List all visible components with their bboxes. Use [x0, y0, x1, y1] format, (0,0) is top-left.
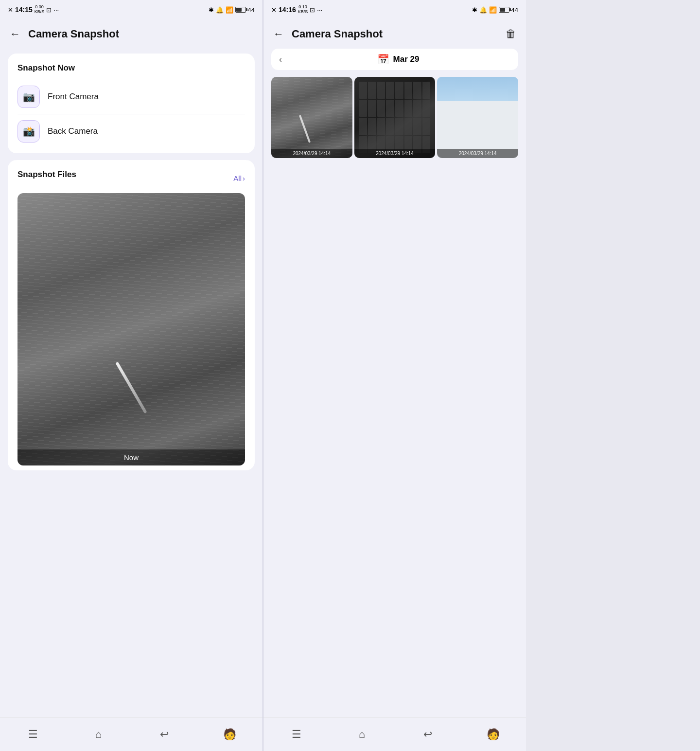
date-nav-bar: ‹ 📅 Mar 29	[271, 49, 518, 70]
front-camera-icon-wrap: 📷	[18, 86, 40, 108]
left-nav-more-icon[interactable]: 🧑	[219, 724, 241, 745]
snapshot-files-title: Snapshot Files	[18, 170, 76, 179]
left-nav-home-icon[interactable]: ⌂	[88, 724, 109, 745]
back-camera-label: Back Camera	[48, 126, 98, 136]
right-nav-menu-icon[interactable]: ☰	[286, 724, 307, 745]
close-icon: ✕	[8, 6, 13, 14]
snapshot-image-container[interactable]: Now	[18, 193, 245, 465]
right-battery-level: 44	[511, 6, 518, 14]
photo-thumb-2[interactable]: 2024/03/29 14:14	[354, 77, 436, 158]
right-back-button[interactable]: ←	[273, 28, 284, 40]
front-camera-option[interactable]: 📷 Front Camera	[18, 80, 245, 114]
photo-thumb-3[interactable]: 2024/03/29 14:14	[437, 77, 518, 158]
right-status-right: ✱ 🔔 📶 44	[472, 6, 518, 14]
bluetooth-icon: ✱	[209, 6, 214, 14]
left-page-header: ← Camera Snapshot	[0, 19, 262, 49]
right-status-left: ✕ 14:16 0.10 KB/S ⊡ ···	[271, 5, 322, 15]
back-camera-icon: 📸	[23, 125, 35, 137]
right-kb: 0.10 KB/S	[298, 5, 308, 15]
right-signal-icon: ⊡	[310, 6, 315, 14]
right-page-header: ← Camera Snapshot 🗑	[263, 19, 526, 49]
left-content: Snapshot Now 📷 Front Camera 📸 Back Camer…	[0, 49, 262, 717]
right-page-title: Camera Snapshot	[292, 28, 506, 40]
dots-icon: ···	[53, 6, 59, 14]
trash-button[interactable]: 🗑	[506, 28, 516, 40]
all-files-link[interactable]: All ›	[233, 174, 245, 182]
right-close-icon: ✕	[271, 6, 277, 14]
right-wifi-icon: 📶	[489, 6, 497, 14]
left-nav-back-icon[interactable]: ↩	[154, 724, 175, 745]
photo-timestamp-2: 2024/03/29 14:14	[354, 149, 436, 158]
date-nav-center: 📅 Mar 29	[286, 54, 510, 65]
snapshot-image-label: Now	[18, 449, 245, 465]
right-nav-home-icon[interactable]: ⌂	[351, 724, 373, 745]
gap-fill	[526, 0, 700, 751]
right-status-bar: ✕ 14:16 0.10 KB/S ⊡ ··· ✱ 🔔 📶 44	[263, 0, 526, 19]
date-label: Mar 29	[393, 54, 420, 64]
photo-timestamp-1: 2024/03/29 14:14	[271, 149, 352, 158]
keyboard-keys	[359, 82, 431, 153]
all-label: All	[233, 174, 242, 182]
front-camera-label: Front Camera	[48, 92, 99, 102]
photo-image-2	[354, 77, 436, 158]
right-phone-panel: ✕ 14:16 0.10 KB/S ⊡ ··· ✱ 🔔 📶 44 ← Camer…	[263, 0, 526, 751]
photo-timestamp-3: 2024/03/29 14:14	[437, 149, 518, 158]
wifi-icon: 📶	[226, 6, 233, 14]
photo-grid: 2024/03/29 14:14 2024/03/29 14:14	[263, 77, 526, 158]
snapshot-now-card: Snapshot Now 📷 Front Camera 📸 Back Camer…	[8, 54, 255, 153]
right-bottom-nav: ☰ ⌂ ↩ 🧑	[263, 717, 526, 751]
left-back-button[interactable]: ←	[10, 28, 20, 40]
right-nav-more-icon[interactable]: 🧑	[483, 724, 504, 745]
snapshot-files-card: Snapshot Files All › Now	[8, 160, 255, 470]
chevron-right-icon: ›	[243, 174, 245, 182]
calendar-icon: 📅	[377, 54, 389, 65]
left-kb: 0.00 KB/S	[35, 5, 45, 15]
right-dots-icon: ···	[317, 6, 322, 14]
battery-icon	[235, 7, 246, 13]
date-prev-button[interactable]: ‹	[279, 54, 282, 65]
photo-thumb-1[interactable]: 2024/03/29 14:14	[271, 77, 352, 158]
left-time: 14:15	[15, 6, 33, 14]
left-status-right: ✱ 🔔 📶 44	[209, 6, 255, 14]
right-content-spacer	[263, 158, 526, 717]
right-time: 14:16	[279, 6, 296, 14]
battery-level-left: 44	[248, 6, 255, 14]
signal-icon: ⊡	[46, 6, 52, 14]
right-alarm-icon: 🔔	[479, 6, 487, 14]
left-nav-menu-icon[interactable]: ☰	[22, 724, 44, 745]
back-camera-option[interactable]: 📸 Back Camera	[18, 114, 245, 148]
left-page-title: Camera Snapshot	[28, 28, 253, 40]
back-camera-icon-wrap: 📸	[18, 120, 40, 143]
front-camera-icon: 📷	[23, 91, 35, 103]
snapshot-now-title: Snapshot Now	[18, 63, 245, 73]
right-nav-back-icon[interactable]: ↩	[417, 724, 438, 745]
left-status-left: ✕ 14:15 0.00 KB/S ⊡ ···	[8, 5, 59, 15]
right-bluetooth-icon: ✱	[472, 6, 477, 14]
snapshot-image	[18, 193, 245, 465]
photo-image-3	[437, 77, 518, 158]
alarm-icon: 🔔	[216, 6, 224, 14]
right-battery-icon	[499, 7, 509, 13]
pen-shape	[115, 362, 147, 414]
snapshot-files-header: Snapshot Files All ›	[18, 170, 245, 186]
left-phone-panel: ✕ 14:15 0.00 KB/S ⊡ ··· ✱ 🔔 📶 44 ← Camer…	[0, 0, 262, 751]
photo-image-1	[271, 77, 352, 158]
left-status-bar: ✕ 14:15 0.00 KB/S ⊡ ··· ✱ 🔔 📶 44	[0, 0, 262, 19]
left-bottom-nav: ☰ ⌂ ↩ 🧑	[0, 717, 262, 751]
